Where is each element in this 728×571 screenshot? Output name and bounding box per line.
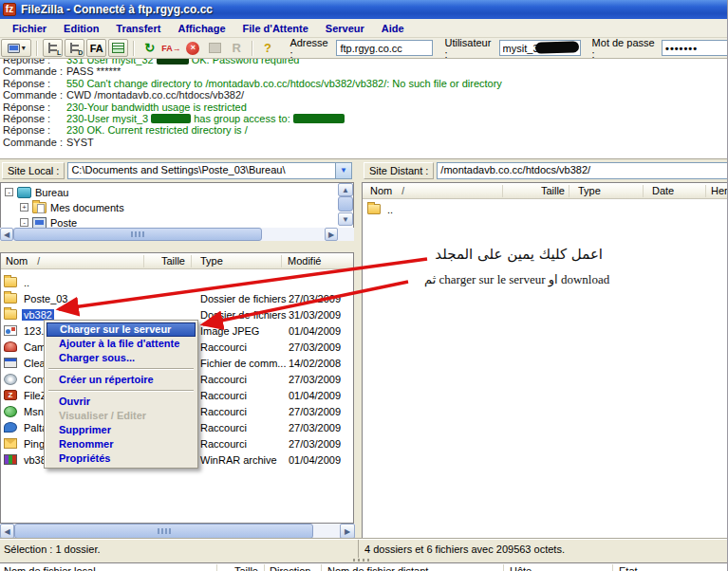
menu-aide[interactable]: Aide	[373, 21, 413, 36]
column-header-nom[interactable]: Nom/	[6, 255, 40, 267]
cancel-button[interactable]: ×	[183, 39, 203, 57]
folder-icon	[4, 293, 17, 304]
image-file-icon	[4, 325, 17, 336]
tree-item-bureau[interactable]: - Bureau	[5, 185, 68, 199]
log-line: Commande : CWD /montadavb.co.cc/htdocs/v…	[0, 89, 728, 101]
message-log[interactable]: Réponse : 331 User mysit_32OK. Password …	[0, 59, 728, 159]
file-row-poste03[interactable]: Poste_03 Dossier de fichiers27/03/2009	[1, 290, 354, 306]
queue-col-taille[interactable]: Taille	[220, 565, 258, 571]
password-input[interactable]	[662, 40, 728, 56]
grid-icon	[112, 43, 124, 53]
menu-file-dattente[interactable]: File d'Attente	[234, 21, 317, 36]
menu-item-renommer[interactable]: Renommer	[47, 437, 196, 451]
menu-serveur[interactable]: Serveur	[317, 21, 373, 36]
reconnect-button: R	[227, 39, 247, 57]
filezilla-icon: Z	[4, 390, 17, 400]
menu-affichage[interactable]: Affichage	[169, 21, 233, 36]
remote-tree-letter: D	[78, 49, 83, 56]
file-attributes-button[interactable]: FA	[86, 39, 106, 57]
remote-path-label: Site Distant :	[364, 162, 434, 179]
toggle-local-tree-button[interactable]: L	[43, 39, 63, 57]
column-header-nom[interactable]: Nom/	[370, 185, 404, 196]
local-path-dropdown-button[interactable]: ▼	[336, 162, 352, 179]
censor-block	[157, 59, 189, 64]
sort-asc-icon: /	[401, 186, 404, 196]
address-input[interactable]	[336, 40, 433, 56]
menu-fichier[interactable]: Fichier	[4, 21, 55, 36]
fa-icon: FA	[90, 43, 103, 54]
log-line: Réponse : 550 Can't change directory to …	[0, 78, 728, 89]
menu-separator	[48, 368, 194, 370]
scrollbar-thumb[interactable]	[338, 196, 353, 212]
file-row-up[interactable]: ..	[1, 274, 354, 290]
disc-icon	[4, 374, 17, 385]
process-queue-button[interactable]: FA→	[161, 39, 181, 57]
menu-item-proprietes[interactable]: Propriétés	[47, 451, 196, 466]
site-manager-button[interactable]: ▾	[1, 39, 31, 57]
process-queue-icon: FA→	[161, 44, 181, 53]
tree-horizontal-scrollbar[interactable]: ◀ ▶	[0, 228, 354, 241]
remote-path-input[interactable]: /montadavb.co.cc/htdocs/vb382/	[437, 162, 728, 179]
tree-vertical-scrollbar[interactable]: ▲ ▼	[338, 183, 353, 227]
menu-item-ouvrir[interactable]: Ouvrir	[47, 395, 196, 409]
status-divider	[358, 540, 359, 559]
msn-icon	[4, 406, 17, 417]
remote-file-list[interactable]: Nom/ Taille Type Date Her ..	[362, 182, 728, 539]
reconnect-icon: R	[232, 41, 240, 55]
column-header-type[interactable]: Type	[200, 255, 223, 267]
local-path-input[interactable]: C:\Documents and Settings\Poste_03\Burea…	[67, 162, 336, 179]
tree-label: Bureau	[35, 187, 68, 198]
column-header-date[interactable]: Date	[652, 185, 674, 196]
scroll-down-icon[interactable]: ▼	[338, 212, 353, 226]
toolbar-separator	[252, 41, 253, 56]
menu-edition[interactable]: Edition	[55, 21, 107, 36]
menu-item-creer-repertoire[interactable]: Créer un répertoire	[47, 373, 196, 387]
censor-block	[151, 114, 191, 123]
scrollbar-thumb[interactable]	[13, 228, 262, 241]
queue-col-remote-file[interactable]: Nom de fichier distant	[327, 565, 428, 571]
remote-list-header: Nom/ Taille Type Date Her	[363, 183, 727, 199]
tree-label: Poste	[50, 217, 77, 229]
help-button[interactable]: ?	[258, 39, 278, 57]
column-header-taille[interactable]: Taille	[502, 185, 565, 196]
shortcut-icon	[4, 341, 17, 352]
remote-path-row: Site Distant : /montadavb.co.cc/htdocs/v…	[362, 159, 728, 182]
toolbar: ▾ L D FA ↻ FA→ ×	[0, 38, 728, 59]
local-list-horizontal-scrollbar[interactable]: ◀ ▶	[0, 524, 355, 539]
column-header-type[interactable]: Type	[578, 185, 601, 196]
log-line: Réponse : 230 OK. Current restricted dir…	[0, 124, 728, 136]
scroll-left-icon[interactable]: ◀	[0, 524, 14, 539]
queue-col-hote[interactable]: Hôte	[510, 565, 532, 571]
collapse-icon[interactable]: -	[5, 188, 13, 196]
collapse-icon[interactable]: -	[20, 218, 28, 227]
menu-item-charger-sur-le-serveur[interactable]: Charger sur le serveur	[47, 322, 196, 337]
queue-view-button[interactable]	[108, 39, 128, 57]
refresh-button[interactable]: ↻	[140, 39, 159, 57]
user-label: Utilisateur :	[444, 37, 494, 60]
app-icon: fz	[3, 3, 16, 16]
remote-row-up[interactable]: ..	[364, 201, 725, 217]
help-icon: ?	[264, 41, 271, 55]
user-field-wrap	[499, 40, 581, 56]
queue-col-etat[interactable]: Etat	[619, 565, 638, 571]
menu-item-supprimer[interactable]: Supprimer	[47, 423, 196, 437]
refresh-icon: ↻	[144, 41, 155, 55]
expand-icon[interactable]: +	[20, 203, 28, 212]
scroll-right-icon[interactable]: ▶	[325, 228, 338, 241]
queue-col-direction[interactable]: Direction	[270, 565, 310, 571]
scroll-left-icon[interactable]: ◀	[0, 228, 13, 241]
scroll-up-icon[interactable]: ▲	[338, 183, 353, 196]
column-header-taille[interactable]: Taille	[143, 255, 185, 267]
toggle-remote-tree-button[interactable]: D	[65, 39, 84, 57]
tree-item-mes-documents[interactable]: + Mes documents	[20, 200, 124, 214]
disabled-tool-button	[205, 39, 225, 57]
scroll-right-icon[interactable]: ▶	[340, 524, 355, 539]
column-header-heure[interactable]: Her	[711, 185, 728, 196]
queue-col-local-file[interactable]: Nom de fichier local	[4, 565, 96, 571]
column-header-modifie[interactable]: Modifié	[288, 255, 321, 267]
scrollbar-thumb[interactable]	[14, 524, 313, 539]
menu-item-ajouter-file-attente[interactable]: Ajouter à la file d'attente	[47, 337, 196, 351]
menu-transfert[interactable]: Transfert	[107, 21, 169, 36]
menu-item-charger-sous[interactable]: Charger sous...	[47, 351, 196, 365]
filezilla-window: fz FileZilla - Connecté à ftp.rgyg.co.cc…	[0, 0, 728, 571]
